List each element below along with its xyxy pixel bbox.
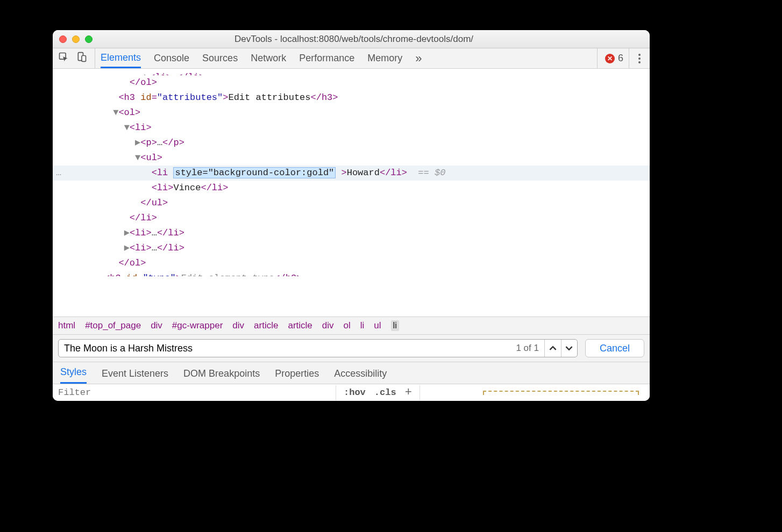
tab-elements[interactable]: Elements (101, 48, 141, 68)
styles-toolbar: :hov .cls + (53, 384, 650, 401)
titlebar: DevTools - localhost:8080/web/tools/chro… (53, 30, 650, 48)
dom-node[interactable]: ▶<p>…</p> (53, 135, 650, 150)
dom-node[interactable]: ▼<li> (53, 120, 650, 135)
inspect-element-icon[interactable] (58, 52, 69, 65)
error-count-badge[interactable]: ✕ 6 (605, 53, 623, 64)
dom-clipped-top: ▶<li>…</li> (53, 70, 650, 75)
crumb-html[interactable]: html (58, 320, 75, 331)
crumb-div-3[interactable]: div (322, 320, 334, 331)
dom-node[interactable]: </li> (53, 211, 650, 226)
dom-node-selected[interactable]: … <li style="background-color:gold" >How… (53, 166, 650, 181)
tab-console[interactable]: Console (154, 48, 189, 68)
subtab-properties[interactable]: Properties (275, 368, 319, 384)
dom-node[interactable]: </ul> (53, 196, 650, 211)
new-style-rule-button[interactable]: + (401, 386, 416, 399)
panel-tabs: Elements Console Sources Network Perform… (101, 48, 597, 68)
crumb-div[interactable]: div (151, 320, 162, 331)
crumb-ol[interactable]: ol (344, 320, 351, 331)
dom-tree[interactable]: ▶<li>…</li> </ol> <h3 id="attributes">Ed… (53, 69, 650, 317)
crumb-article[interactable]: article (254, 320, 278, 331)
box-model-peek (423, 391, 650, 395)
class-toggle[interactable]: .cls (370, 387, 401, 398)
crumb-top-of-page[interactable]: #top_of_page (85, 320, 141, 331)
chevron-up-icon (549, 344, 557, 352)
settings-menu-icon[interactable] (635, 54, 644, 63)
crumb-gc-wrapper[interactable]: #gc-wrapper (172, 320, 223, 331)
search-prev-button[interactable] (545, 340, 561, 357)
svg-rect-2 (82, 56, 86, 62)
subtab-event-listeners[interactable]: Event Listeners (102, 368, 168, 384)
tab-performance[interactable]: Performance (299, 48, 354, 68)
tab-network[interactable]: Network (251, 48, 286, 68)
dom-node[interactable]: </ol> (53, 75, 650, 90)
cancel-button[interactable]: Cancel (585, 339, 644, 357)
zoom-window-button[interactable] (85, 35, 93, 43)
dom-node[interactable]: </ol> (53, 256, 650, 271)
styles-filter-input[interactable] (53, 384, 332, 401)
find-bar: 1 of 1 Cancel (53, 334, 650, 362)
crumb-div-2[interactable]: div (232, 320, 244, 331)
dom-clipped-bottom: <h3 id="type">Edit element type</h3> (53, 271, 650, 276)
crumb-ul[interactable]: ul (374, 320, 381, 331)
crumb-article-2[interactable]: article (288, 320, 312, 331)
subtab-accessibility[interactable]: Accessibility (334, 368, 387, 384)
search-result-count: 1 of 1 (510, 343, 544, 354)
window-title: DevTools - localhost:8080/web/tools/chro… (97, 34, 643, 45)
crumb-li[interactable]: li (360, 320, 365, 331)
device-toggle-icon[interactable] (76, 52, 87, 65)
devtools-window: DevTools - localhost:8080/web/tools/chro… (53, 30, 650, 401)
hover-toggle[interactable]: :hov (339, 387, 370, 398)
chevron-down-icon (565, 344, 573, 352)
error-count: 6 (618, 53, 623, 64)
attribute-edit-field[interactable]: style="background-color:gold" (173, 167, 336, 178)
subtab-dom-breakpoints[interactable]: DOM Breakpoints (183, 368, 260, 384)
traffic-lights (59, 35, 93, 43)
tab-sources[interactable]: Sources (202, 48, 238, 68)
crumb-li-selected[interactable]: li (391, 320, 400, 331)
dom-node[interactable]: ▼<ol> (53, 105, 650, 120)
subtab-styles[interactable]: Styles (60, 366, 87, 384)
selection-indicator-icon: … (56, 166, 62, 181)
tab-memory[interactable]: Memory (367, 48, 402, 68)
minimize-window-button[interactable] (72, 35, 80, 43)
dom-node[interactable]: <h3 id="attributes">Edit attributes</h3> (53, 90, 650, 105)
search-input[interactable] (59, 343, 510, 354)
styles-subtabs: Styles Event Listeners DOM Breakpoints P… (53, 362, 650, 384)
close-window-button[interactable] (59, 35, 67, 43)
search-next-button[interactable] (561, 340, 577, 357)
main-toolbar: Elements Console Sources Network Perform… (53, 48, 650, 69)
search-box: 1 of 1 (58, 339, 578, 357)
dom-node[interactable]: ▶<li>…</li> (53, 226, 650, 241)
dom-node[interactable]: <li>Vince</li> (53, 181, 650, 196)
error-icon: ✕ (605, 54, 615, 63)
dom-node[interactable]: ▼<ul> (53, 150, 650, 166)
more-tabs-button[interactable]: » (415, 48, 422, 68)
dom-node[interactable]: ▶<li>…</li> (53, 241, 650, 256)
dom-breadcrumb: html #top_of_page div #gc-wrapper div ar… (53, 317, 650, 334)
